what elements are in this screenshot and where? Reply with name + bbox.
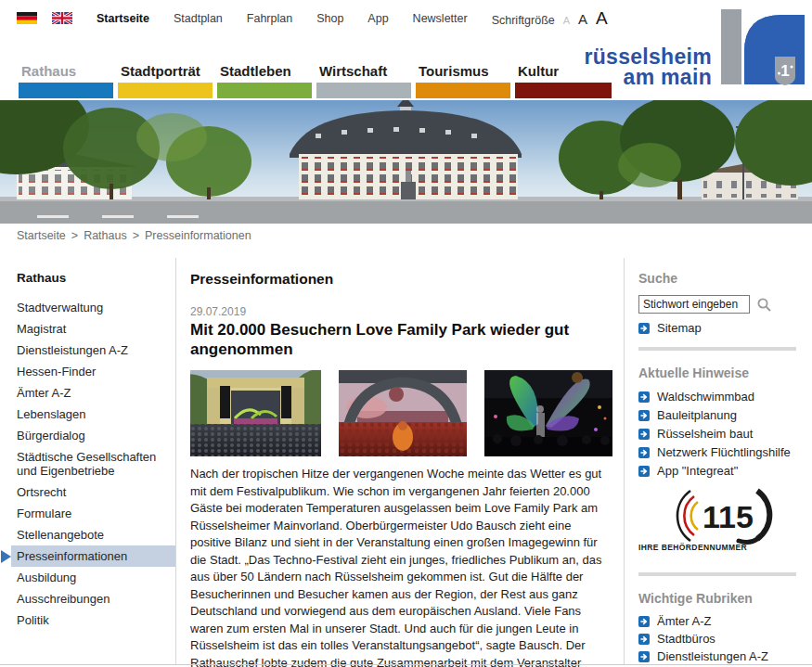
site-logo[interactable]: rüsselsheim am main 1 xyxy=(584,7,805,93)
nav-tab[interactable]: Rathaus xyxy=(19,63,113,98)
sidebar-item-label: Lebenslagen xyxy=(17,407,85,421)
top-utility-bar: StartseiteStadtplanFahrplanShopAppNewsle… xyxy=(17,9,608,27)
sidebar-item[interactable]: Städtische Gesellschaften und Eigenbetri… xyxy=(0,446,175,481)
article-photo-festival-stage[interactable] xyxy=(190,370,321,456)
breadcrumb-item: Rathaus > xyxy=(84,229,139,242)
article-photo-festival-night-wings[interactable] xyxy=(484,370,612,456)
sidebar-item[interactable]: Dienstleistungen A-Z xyxy=(0,340,175,361)
sidebar-item[interactable]: Ortsrecht xyxy=(0,481,175,503)
article-photo-gallery xyxy=(190,370,612,456)
sidebar-item-label: Ausbildung xyxy=(17,571,76,584)
breadcrumb-item: Startseite > xyxy=(17,229,78,242)
topbar-link[interactable]: Startseite xyxy=(97,12,149,25)
nav-tab[interactable]: Stadtleben xyxy=(217,63,312,98)
notice-link[interactable]: App "Integreat" xyxy=(638,464,812,478)
rubric-link-label: Dienstleistungen A-Z xyxy=(657,649,768,663)
breadcrumb-link[interactable]: Presseinformationen xyxy=(145,229,251,242)
article-photo-festival-tent-crowd[interactable] xyxy=(339,370,467,456)
page-title: Presseinformationen xyxy=(190,271,612,288)
search-button[interactable] xyxy=(756,297,772,313)
rubric-link-label: Stadtbüros xyxy=(657,632,715,646)
sitemap-label: Sitemap xyxy=(657,321,702,335)
breadcrumb-link[interactable]: Startseite xyxy=(17,229,66,242)
nav-tab-color-bar xyxy=(416,83,510,98)
sitemap-link[interactable]: Sitemap xyxy=(638,321,812,335)
hotline-caption: IHRE BEHÖRDENNUMMER xyxy=(638,543,747,552)
topbar-link[interactable]: Shop xyxy=(316,12,343,25)
sidebar-item[interactable]: Ausschreibungen xyxy=(0,588,175,609)
left-sidebar: Rathaus Stadtverwaltung Magistrat Dienst… xyxy=(0,258,176,664)
behoerdennummer-115-logo: 115 IHRE BEHÖRDENNUMMER xyxy=(638,485,812,556)
rubric-link[interactable]: Stadtbüros xyxy=(638,632,812,646)
sidebar-item[interactable]: Ausbildung xyxy=(0,567,175,588)
sidebar-item-label: Stellenangebote xyxy=(17,528,104,542)
nav-tab-label: Stadtleben xyxy=(217,63,312,83)
nav-tab-color-bar xyxy=(217,83,312,98)
arrow-right-icon xyxy=(638,447,650,458)
notice-link[interactable]: Bauleitplanung xyxy=(638,408,812,422)
topbar-link[interactable]: Fahrplan xyxy=(247,12,292,25)
rubric-link[interactable]: Dienstleistungen A-Z xyxy=(638,649,812,663)
nav-tab-color-bar xyxy=(19,83,113,98)
section-divider xyxy=(638,347,796,351)
sidebar-item[interactable]: Hessen-Finder xyxy=(0,361,175,382)
search-icon xyxy=(756,297,772,313)
notice-link-label: Netzwerk Flüchtlingshilfe xyxy=(657,445,791,459)
rubric-link-label: Ämter A-Z xyxy=(657,614,712,628)
nav-tab[interactable]: Stadtporträt xyxy=(118,63,213,98)
main-navigation: Rathaus Stadtporträt Stadtleben Wirtscha… xyxy=(19,63,612,98)
topbar-link[interactable]: Stadtplan xyxy=(174,12,223,25)
notice-link-label: Bauleitplanung xyxy=(657,408,737,422)
notice-link-label: App "Integreat" xyxy=(657,464,738,478)
arrow-right-icon xyxy=(638,391,650,403)
article-date: 29.07.2019 xyxy=(190,305,612,318)
nav-tab-label: Tourismus xyxy=(416,63,510,83)
german-flag-icon[interactable] xyxy=(17,12,37,24)
topbar-link[interactable]: App xyxy=(367,12,388,25)
site-logo-wordmark: rüsselsheim am main xyxy=(584,46,712,87)
footer-divider xyxy=(0,664,812,665)
notice-link[interactable]: Netzwerk Flüchtlingshilfe xyxy=(638,445,812,459)
logo-line1: rüsselsheim xyxy=(584,46,712,67)
uk-flag-icon[interactable] xyxy=(52,12,72,24)
arrow-right-icon xyxy=(638,651,650,662)
sidebar-item[interactable]: Politik xyxy=(0,609,175,631)
arrow-right-icon xyxy=(638,410,650,421)
sidebar-item[interactable]: Formulare xyxy=(0,503,175,524)
sidebar-item[interactable]: Magistrat xyxy=(0,318,175,340)
topbar-links: StartseiteStadtplanFahrplanShopAppNewsle… xyxy=(97,12,468,25)
breadcrumb-link[interactable]: Rathaus xyxy=(84,229,127,242)
notices-links: Waldschwimmbad Bauleitplanung Rüsselshei… xyxy=(638,390,812,478)
ruesselsheim-r-mark-icon: 1 xyxy=(719,7,805,93)
nav-tab-label: Stadtporträt xyxy=(118,63,213,83)
language-switcher xyxy=(17,12,72,24)
nav-tab[interactable]: Wirtschaft xyxy=(316,63,411,98)
hotline-number: 115 xyxy=(702,499,754,534)
nav-tab-color-bar xyxy=(118,83,213,98)
sidebar-item[interactable]: Stadtverwaltung xyxy=(0,297,175,318)
article-title: Mit 20.000 Besuchern Love Family Park wi… xyxy=(190,320,599,359)
sidebar-item[interactable]: Presseinformationen xyxy=(0,545,175,567)
nav-tab[interactable]: Tourismus xyxy=(416,63,510,98)
notice-link[interactable]: Rüsselsheim baut xyxy=(638,427,812,441)
search-input[interactable] xyxy=(638,295,750,314)
sidebar-item[interactable]: Bürgerdialog xyxy=(0,425,175,446)
arrow-right-icon xyxy=(638,429,650,440)
notice-link-label: Rüsselsheim baut xyxy=(657,427,753,441)
sidebar-item-label: Ämter A-Z xyxy=(17,386,71,400)
font-size-small-button[interactable]: A xyxy=(563,16,570,26)
notice-link[interactable]: Waldschwimmbad xyxy=(638,390,812,404)
sidebar-item-label: Ausschreibungen xyxy=(17,592,110,606)
sidebar-item[interactable]: Lebenslagen xyxy=(0,404,175,425)
article-body: Nach der tropischen Hitze der vergangene… xyxy=(190,466,612,667)
sidebar-item-label: Magistrat xyxy=(17,322,66,336)
rubric-link[interactable]: Ämter A-Z xyxy=(638,614,812,628)
sidebar-item-label: Presseinformationen xyxy=(17,549,127,563)
sidebar-item[interactable]: Stellenangebote xyxy=(0,524,175,545)
hero-panorama-town-hall-photo xyxy=(0,100,812,224)
sidebar-heading: Rathaus xyxy=(17,271,159,285)
topbar-link[interactable]: Newsletter xyxy=(413,12,468,25)
breadcrumb-item: Presseinformationen > xyxy=(145,229,251,242)
sidebar-item[interactable]: Ämter A-Z xyxy=(0,382,175,404)
sidebar-item-label: Bürgerdialog xyxy=(17,429,85,443)
